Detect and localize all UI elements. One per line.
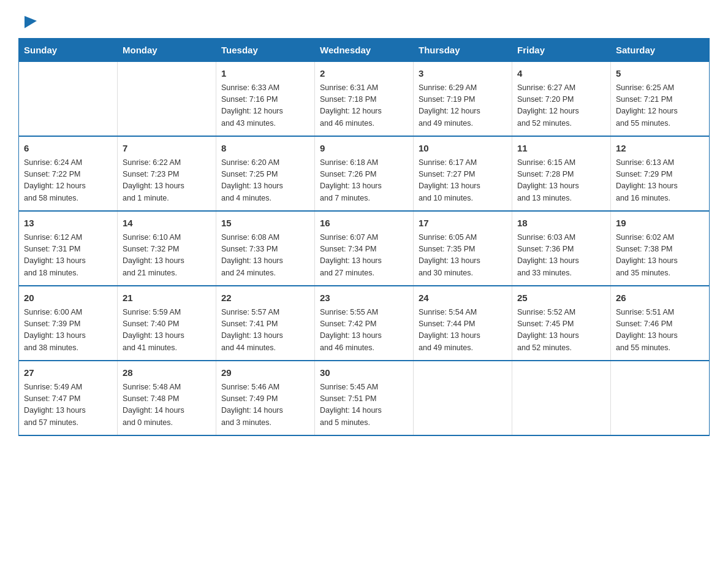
- calendar-cell: 17Sunrise: 6:05 AM Sunset: 7:35 PM Dayli…: [414, 211, 512, 286]
- calendar-cell: 21Sunrise: 5:59 AM Sunset: 7:40 PM Dayli…: [118, 286, 216, 361]
- day-number: 4: [517, 67, 605, 81]
- day-info: Sunrise: 6:02 AM Sunset: 7:38 PM Dayligh…: [616, 232, 704, 280]
- calendar-cell: 11Sunrise: 6:15 AM Sunset: 7:28 PM Dayli…: [512, 136, 611, 211]
- day-info: Sunrise: 5:55 AM Sunset: 7:42 PM Dayligh…: [320, 307, 408, 354]
- day-number: 21: [123, 291, 211, 305]
- week-row-4: 20Sunrise: 6:00 AM Sunset: 7:39 PM Dayli…: [19, 286, 710, 361]
- day-info: Sunrise: 6:15 AM Sunset: 7:28 PM Dayligh…: [517, 157, 605, 205]
- week-row-5: 27Sunrise: 5:49 AM Sunset: 7:47 PM Dayli…: [19, 361, 710, 435]
- calendar-cell: 9Sunrise: 6:18 AM Sunset: 7:26 PM Daylig…: [315, 136, 414, 211]
- day-number: 8: [221, 142, 309, 156]
- day-info: Sunrise: 6:00 AM Sunset: 7:39 PM Dayligh…: [24, 307, 112, 354]
- svg-marker-0: [25, 16, 37, 28]
- header-tuesday: Tuesday: [216, 39, 315, 62]
- calendar-cell: 1Sunrise: 6:33 AM Sunset: 7:16 PM Daylig…: [216, 62, 315, 137]
- calendar-cell: 23Sunrise: 5:55 AM Sunset: 7:42 PM Dayli…: [315, 286, 414, 361]
- day-number: 17: [419, 216, 507, 231]
- calendar-cell: 30Sunrise: 5:45 AM Sunset: 7:51 PM Dayli…: [315, 361, 414, 435]
- day-number: 3: [419, 67, 507, 81]
- day-info: Sunrise: 6:07 AM Sunset: 7:34 PM Dayligh…: [320, 232, 408, 280]
- day-number: 18: [517, 216, 605, 231]
- day-number: 1: [221, 67, 309, 81]
- calendar-cell: 2Sunrise: 6:31 AM Sunset: 7:18 PM Daylig…: [315, 62, 414, 137]
- day-info: Sunrise: 6:33 AM Sunset: 7:16 PM Dayligh…: [221, 82, 309, 130]
- day-info: Sunrise: 5:48 AM Sunset: 7:48 PM Dayligh…: [123, 381, 211, 429]
- calendar-cell: 12Sunrise: 6:13 AM Sunset: 7:29 PM Dayli…: [611, 136, 710, 211]
- calendar-cell: 29Sunrise: 5:46 AM Sunset: 7:49 PM Dayli…: [216, 361, 315, 435]
- day-info: Sunrise: 5:49 AM Sunset: 7:47 PM Dayligh…: [24, 381, 112, 429]
- day-info: Sunrise: 6:24 AM Sunset: 7:22 PM Dayligh…: [24, 157, 112, 205]
- day-info: Sunrise: 6:27 AM Sunset: 7:20 PM Dayligh…: [517, 82, 605, 130]
- calendar-cell: 16Sunrise: 6:07 AM Sunset: 7:34 PM Dayli…: [315, 211, 414, 286]
- calendar-cell: 14Sunrise: 6:10 AM Sunset: 7:32 PM Dayli…: [118, 211, 216, 286]
- day-info: Sunrise: 5:59 AM Sunset: 7:40 PM Dayligh…: [123, 307, 211, 354]
- day-info: Sunrise: 6:03 AM Sunset: 7:36 PM Dayligh…: [517, 232, 605, 280]
- calendar-cell: 18Sunrise: 6:03 AM Sunset: 7:36 PM Dayli…: [512, 211, 611, 286]
- day-info: Sunrise: 5:54 AM Sunset: 7:44 PM Dayligh…: [419, 307, 507, 354]
- day-number: 20: [24, 291, 112, 305]
- day-info: Sunrise: 6:20 AM Sunset: 7:25 PM Dayligh…: [221, 157, 309, 205]
- week-row-2: 6Sunrise: 6:24 AM Sunset: 7:22 PM Daylig…: [19, 136, 710, 211]
- header-wednesday: Wednesday: [315, 39, 414, 62]
- page-header: [18, 12, 710, 27]
- calendar-cell: 26Sunrise: 5:51 AM Sunset: 7:46 PM Dayli…: [611, 286, 710, 361]
- calendar-cell: 25Sunrise: 5:52 AM Sunset: 7:45 PM Dayli…: [512, 286, 611, 361]
- calendar-cell: [512, 361, 611, 435]
- day-number: 26: [616, 291, 704, 305]
- logo-icon: [20, 11, 39, 31]
- day-number: 24: [419, 291, 507, 305]
- day-info: Sunrise: 6:25 AM Sunset: 7:21 PM Dayligh…: [616, 82, 704, 130]
- day-number: 5: [616, 67, 704, 81]
- day-number: 6: [24, 142, 112, 156]
- day-number: 23: [320, 291, 408, 305]
- calendar-cell: 15Sunrise: 6:08 AM Sunset: 7:33 PM Dayli…: [216, 211, 315, 286]
- calendar-cell: 8Sunrise: 6:20 AM Sunset: 7:25 PM Daylig…: [216, 136, 315, 211]
- week-row-3: 13Sunrise: 6:12 AM Sunset: 7:31 PM Dayli…: [19, 211, 710, 286]
- calendar-cell: 3Sunrise: 6:29 AM Sunset: 7:19 PM Daylig…: [414, 62, 512, 137]
- calendar-cell: 4Sunrise: 6:27 AM Sunset: 7:20 PM Daylig…: [512, 62, 611, 137]
- day-number: 16: [320, 216, 408, 231]
- day-number: 11: [517, 142, 605, 156]
- calendar-cell: 7Sunrise: 6:22 AM Sunset: 7:23 PM Daylig…: [118, 136, 216, 211]
- calendar-cell: 22Sunrise: 5:57 AM Sunset: 7:41 PM Dayli…: [216, 286, 315, 361]
- day-info: Sunrise: 6:10 AM Sunset: 7:32 PM Dayligh…: [123, 232, 211, 280]
- day-info: Sunrise: 6:12 AM Sunset: 7:31 PM Dayligh…: [24, 232, 112, 280]
- day-number: 12: [616, 142, 704, 156]
- calendar-cell: [611, 361, 710, 435]
- day-number: 14: [123, 216, 211, 231]
- day-info: Sunrise: 5:46 AM Sunset: 7:49 PM Dayligh…: [221, 381, 309, 429]
- calendar-cell: [19, 62, 118, 137]
- day-number: 10: [419, 142, 507, 156]
- day-info: Sunrise: 6:17 AM Sunset: 7:27 PM Dayligh…: [419, 157, 507, 205]
- calendar-cell: [414, 361, 512, 435]
- day-number: 27: [24, 366, 112, 380]
- calendar-cell: 10Sunrise: 6:17 AM Sunset: 7:27 PM Dayli…: [414, 136, 512, 211]
- day-info: Sunrise: 6:18 AM Sunset: 7:26 PM Dayligh…: [320, 157, 408, 205]
- day-number: 9: [320, 142, 408, 156]
- day-info: Sunrise: 5:52 AM Sunset: 7:45 PM Dayligh…: [517, 307, 605, 354]
- header-friday: Friday: [512, 39, 611, 62]
- day-number: 30: [320, 366, 408, 380]
- day-number: 15: [221, 216, 309, 231]
- calendar-cell: [118, 62, 216, 137]
- day-number: 13: [24, 216, 112, 231]
- calendar-cell: 28Sunrise: 5:48 AM Sunset: 7:48 PM Dayli…: [118, 361, 216, 435]
- calendar-cell: 24Sunrise: 5:54 AM Sunset: 7:44 PM Dayli…: [414, 286, 512, 361]
- day-info: Sunrise: 6:08 AM Sunset: 7:33 PM Dayligh…: [221, 232, 309, 280]
- calendar-table: SundayMondayTuesdayWednesdayThursdayFrid…: [18, 38, 710, 436]
- calendar-cell: 19Sunrise: 6:02 AM Sunset: 7:38 PM Dayli…: [611, 211, 710, 286]
- calendar-cell: 6Sunrise: 6:24 AM Sunset: 7:22 PM Daylig…: [19, 136, 118, 211]
- day-number: 22: [221, 291, 309, 305]
- day-info: Sunrise: 6:29 AM Sunset: 7:19 PM Dayligh…: [419, 82, 507, 130]
- calendar-cell: 27Sunrise: 5:49 AM Sunset: 7:47 PM Dayli…: [19, 361, 118, 435]
- day-number: 25: [517, 291, 605, 305]
- calendar-cell: 5Sunrise: 6:25 AM Sunset: 7:21 PM Daylig…: [611, 62, 710, 137]
- day-number: 2: [320, 67, 408, 81]
- day-number: 28: [123, 366, 211, 380]
- day-number: 7: [123, 142, 211, 156]
- day-info: Sunrise: 6:22 AM Sunset: 7:23 PM Dayligh…: [123, 157, 211, 205]
- header-monday: Monday: [118, 39, 216, 62]
- header-saturday: Saturday: [611, 39, 710, 62]
- week-row-1: 1Sunrise: 6:33 AM Sunset: 7:16 PM Daylig…: [19, 62, 710, 137]
- calendar-header-row: SundayMondayTuesdayWednesdayThursdayFrid…: [19, 39, 710, 62]
